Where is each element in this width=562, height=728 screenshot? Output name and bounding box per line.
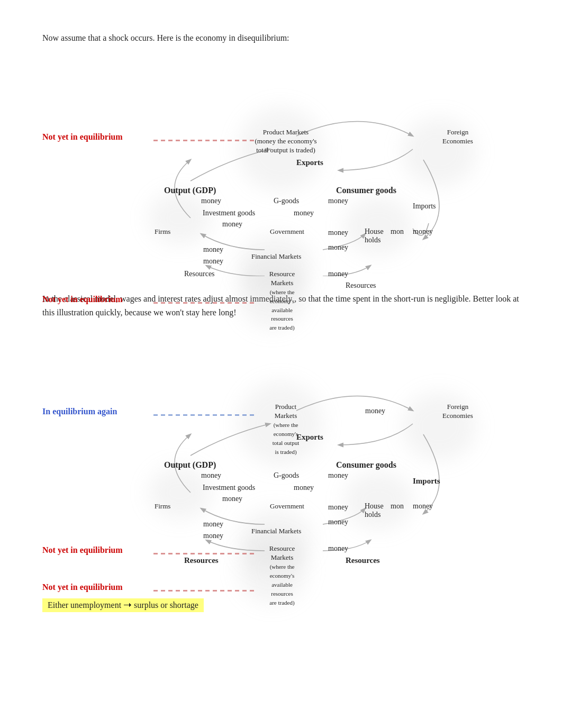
d2-investment-goods-label: Investment goods [203,484,255,492]
d2-exports-label: Exports [296,432,323,443]
investment-goods-label: Investment goods [203,209,255,217]
households-label: Households [365,228,384,244]
eq-line-top [153,140,254,141]
d2-money-10: money [328,544,348,553]
money-9: money [203,257,223,266]
diagram2: In equilibrium again ProductMarkets(wher… [42,329,497,567]
d2-households-label: Households [365,502,384,519]
money-5: money [328,229,348,237]
blob2-households [344,471,413,530]
in-eq-label-top: In equilibrium again [42,407,117,416]
money-10: money [328,270,348,278]
diagram1-wrapper: Not yet in equilibrium Product Markets (… [42,54,503,276]
d2-resource-markets-label: ResourceMarkets(where theeconomy'savaila… [253,544,311,607]
eq-line-blue-top [153,414,254,416]
d2-money-8: money [328,518,348,526]
d2-money-3: money [294,484,314,492]
imports-label: Imports [413,202,436,211]
money-2: money [328,197,348,205]
government-label: Government [270,228,304,236]
d2-financial-markets-label: Financial Markets [251,527,301,536]
d2-eq-line-bottom [153,590,254,592]
d2-consumer-goods-label: Consumer goods [336,460,396,471]
d2-foreign-economies-label: ForeignEconomies [434,403,482,421]
blob-households [344,197,413,255]
foreign-economies-label: ForeignEconomies [434,128,482,146]
d2-government-label: Government [270,502,304,511]
financial-markets-label: Financial Markets [251,252,301,261]
d2-not-eq-label-mid: Not yet in equilibrium [42,545,123,555]
money-6: money [413,228,433,236]
d2-imports-label: Imports [413,477,440,486]
not-eq-label-bottom: Not yet in equilibrium [42,295,123,304]
eq-line-bottom [153,302,254,304]
d2-resources-right-label: Resources [346,556,380,565]
product-markets-label: Product Markets (money the economy's tot… [254,128,318,155]
consumer-goods-label: Consumer goods [336,185,396,196]
d2-g-goods-label: G-goods [274,471,299,480]
d2-money-1: money [201,471,221,480]
g-goods-label: G-goods [274,197,299,205]
diagram1: Not yet in equilibrium Product Markets (… [42,54,497,276]
money-1: money [201,197,221,205]
d2-not-eq-label-bottom: Not yet in equilibrium [42,583,123,592]
d2-resources-left-label: Resources [184,556,219,565]
d2-money-4: money [222,495,242,503]
exports-label: Exports [296,158,323,168]
money-3: money [294,209,314,217]
intro-text-1: Now assume that a shock occurs. Here is … [42,32,520,44]
d2-output-gdp-label: Output (GDP) [164,460,216,471]
d2-money-2: money [328,471,348,480]
resources-right-label: Resources [346,281,376,290]
d2-product-markets-label: ProductMarkets(where theeconomy'stotal o… [254,403,318,456]
d2-firms-label: Firms [155,502,170,511]
money-8: money [328,243,348,252]
d2-money-9: money [203,532,223,540]
highlight-box: Either unemployment 🠒 surplus or shortag… [42,598,204,612]
d2-money-5: money [328,503,348,512]
money-4: money [222,220,242,229]
firms-label: Firms [155,228,170,236]
highlight-text: Either unemployment 🠒 surplus or shortag… [48,600,198,609]
d2-money-7: money [203,520,223,529]
resources-left-label: Resources [184,270,215,278]
d2-money-6: money [413,502,433,511]
output-gdp-label: Output (GDP) [164,185,216,196]
mon-label: mon [391,228,404,236]
resource-markets-label: ResourceMarkets(where theeconomy'savaila… [253,270,311,332]
d2-mon-label: mon [391,502,404,511]
d2-money-top: money [365,407,385,415]
d2-eq-line-mid [153,553,254,554]
not-eq-label-top: Not yet in equilibrium [42,132,123,142]
diagram2-wrapper: In equilibrium again ProductMarkets(wher… [42,329,503,567]
money-7: money [203,245,223,254]
